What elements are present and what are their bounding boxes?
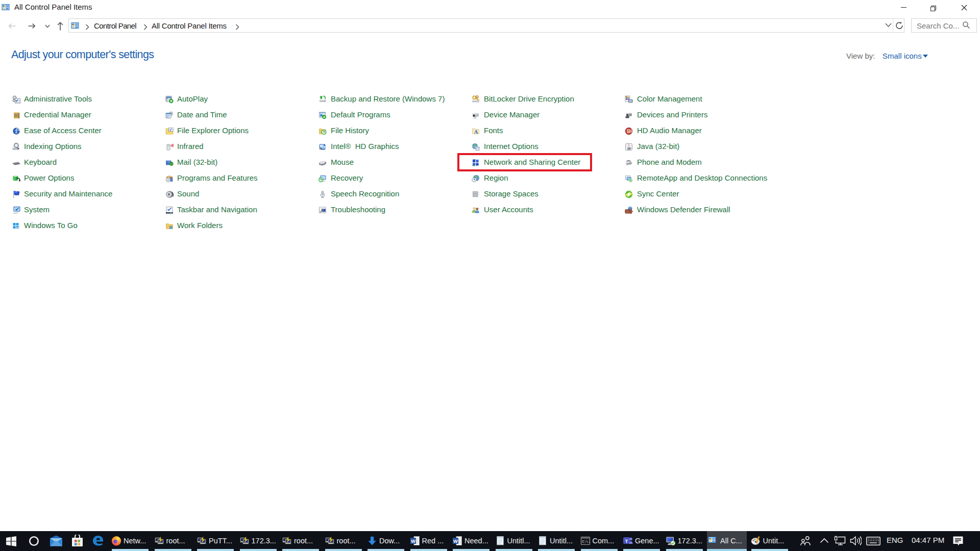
svg-text:intel: intel <box>322 147 325 149</box>
svg-text:A: A <box>474 129 478 135</box>
svg-text:W: W <box>453 539 458 544</box>
svg-text:T: T <box>625 539 628 544</box>
svg-text:W: W <box>411 539 415 544</box>
svg-text:C:\.: C:\. <box>582 540 590 544</box>
